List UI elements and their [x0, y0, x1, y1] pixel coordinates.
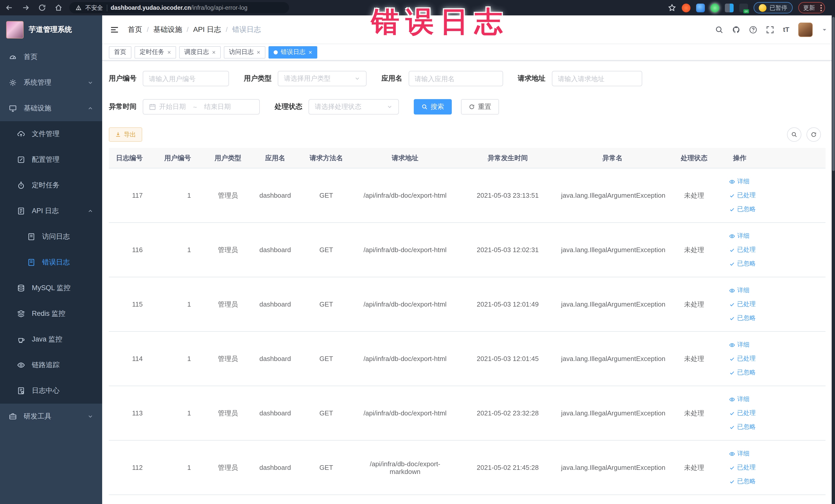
sidebar-toggle-hamburger-icon[interactable]	[110, 25, 119, 34]
detail-action-link[interactable]: 详细	[729, 449, 750, 458]
extension-icon-blue-gem[interactable]	[696, 3, 705, 12]
mark-processed-action-link[interactable]: 已处理	[729, 191, 756, 200]
sidebar-item-api-log[interactable]: API 日志	[0, 198, 102, 224]
sidebar-item-trace[interactable]: 链路追踪	[0, 352, 102, 378]
process-status-select[interactable]: 请选择处理状态	[308, 99, 399, 115]
user-avatar[interactable]	[798, 22, 812, 37]
table-search-toggle-button[interactable]	[787, 127, 801, 142]
app-name-input[interactable]	[408, 71, 503, 86]
sidebar-item-access-log[interactable]: 访问日志	[0, 224, 102, 249]
cell-user-type: 管理员	[204, 354, 251, 363]
cell-exception-name: java.lang.IllegalArgumentException	[559, 464, 666, 471]
sidebar-item-mysql-monitor[interactable]: MySQL 监控	[0, 275, 102, 301]
sidebar-item-infrastructure[interactable]: 基础设施	[0, 96, 102, 121]
detail-action-link[interactable]: 详细	[729, 231, 750, 240]
header-search-icon[interactable]	[715, 25, 724, 34]
mark-processed-action-link[interactable]: 已处理	[729, 300, 756, 309]
row-actions: 详细 已处理 已忽略	[729, 395, 823, 431]
sidebar-item-log-center[interactable]: 日志中心	[0, 378, 102, 404]
export-button[interactable]: 导出	[109, 127, 142, 142]
home-icon[interactable]	[55, 4, 63, 12]
mark-processed-action-link[interactable]: 已处理	[729, 463, 756, 472]
toolbox-icon	[9, 412, 17, 421]
back-icon[interactable]	[5, 4, 13, 12]
mark-processed-action-link[interactable]: 已处理	[729, 409, 756, 418]
sidebar-item-java-monitor[interactable]: Java 监控	[0, 327, 102, 352]
detail-action-link[interactable]: 详细	[729, 177, 750, 186]
close-icon[interactable]: ×	[257, 49, 260, 55]
mark-ignored-action-link[interactable]: 已忽略	[729, 259, 756, 268]
user-id-input[interactable]	[143, 71, 229, 86]
exception-time-range-picker[interactable]: 开始日期 ~ 结束日期	[143, 99, 260, 115]
row-actions: 详细 已处理 已忽略	[729, 340, 823, 377]
cell-user-id: 1	[156, 246, 204, 254]
github-icon[interactable]	[732, 25, 740, 34]
search-button[interactable]: 搜索	[414, 99, 452, 115]
detail-action-link[interactable]: 详细	[729, 286, 750, 295]
log-center-icon	[17, 387, 25, 395]
extension-icon-dark[interactable]: on	[739, 3, 748, 12]
sidebar-item-redis-monitor[interactable]: Redis 监控	[0, 301, 102, 327]
bookmark-star-icon[interactable]	[668, 4, 676, 12]
extension-icon-orange[interactable]	[682, 3, 691, 12]
sidebar-item-home[interactable]: 首页	[0, 44, 102, 70]
mark-processed-action-link[interactable]: 已处理	[729, 245, 756, 254]
layers-stack-icon	[17, 310, 25, 318]
user-type-select[interactable]: 请选择用户类型	[278, 71, 367, 86]
scrollbar-thumb[interactable]	[832, 17, 834, 171]
sidebar-logo[interactable]: 芋道管理系统	[0, 15, 102, 44]
sidebar-item-file-management[interactable]: 文件管理	[0, 121, 102, 147]
sidebar-item-config-management[interactable]: 配置管理	[0, 147, 102, 173]
detail-action-link[interactable]: 详细	[729, 395, 750, 404]
close-icon[interactable]: ×	[308, 49, 312, 55]
cell-exception-time: 2021-05-02 21:45:28	[456, 464, 559, 471]
reload-icon[interactable]	[38, 4, 46, 12]
extension-icon-grid[interactable]	[725, 3, 734, 12]
tab-schedule-log[interactable]: 调度日志×	[179, 46, 221, 58]
sidebar-item-system-management[interactable]: 系统管理	[0, 70, 102, 96]
mark-ignored-action-link[interactable]: 已忽略	[729, 368, 756, 377]
close-icon[interactable]: ×	[167, 49, 171, 55]
breadcrumb-api-log[interactable]: API 日志	[193, 25, 221, 34]
extension-icon-green[interactable]	[711, 3, 719, 12]
detail-action-link[interactable]: 详细	[729, 340, 750, 349]
logo-image	[6, 21, 24, 39]
mark-processed-action-link[interactable]: 已处理	[729, 354, 756, 363]
download-icon	[115, 132, 121, 138]
gear-icon	[9, 79, 17, 87]
table-refresh-button[interactable]	[806, 127, 821, 142]
reset-button[interactable]: 重置	[461, 99, 499, 115]
eye-icon	[729, 287, 735, 294]
paused-badge[interactable]: 已暂停	[754, 2, 792, 13]
check-icon	[729, 315, 735, 321]
breadcrumb-infrastructure[interactable]: 基础设施	[153, 25, 182, 34]
breadcrumb-home[interactable]: 首页	[128, 25, 142, 34]
cell-method: GET	[299, 409, 354, 417]
mark-ignored-action-link[interactable]: 已忽略	[729, 314, 756, 322]
mark-ignored-action-link[interactable]: 已忽略	[729, 477, 756, 486]
sidebar-item-scheduled-tasks[interactable]: 定时任务	[0, 173, 102, 198]
help-question-icon[interactable]	[749, 25, 757, 34]
tab-access-log[interactable]: 访问日志×	[224, 46, 265, 58]
mark-ignored-action-link[interactable]: 已忽略	[729, 205, 756, 214]
cell-process-status: 未处理	[666, 408, 722, 418]
mark-ignored-action-link[interactable]: 已忽略	[729, 423, 756, 431]
tab-error-log[interactable]: 错误日志×	[268, 46, 317, 58]
page-content: 用户编号 用户类型 请选择用户类型 应用名	[102, 61, 835, 504]
address-bar[interactable]: 不安全 dashboard.yudao.iocoder.cn/infra/log…	[69, 2, 289, 13]
request-url-input[interactable]	[552, 71, 642, 86]
cell-exception-name: java.lang.IllegalArgumentException	[559, 246, 666, 254]
font-size-icon[interactable]: tT	[783, 26, 789, 33]
browser-menu-dots-icon[interactable]	[820, 4, 822, 11]
tab-scheduled-tasks[interactable]: 定时任务×	[135, 46, 176, 58]
sidebar-item-error-log[interactable]: 错误日志	[0, 249, 102, 275]
tab-home[interactable]: 首页	[109, 46, 131, 58]
sidebar-menu: 首页 系统管理 基础设施 文件管理	[0, 44, 102, 504]
update-button[interactable]: 更新	[798, 2, 825, 13]
url-host: dashboard.yudao.iocoder.cn	[110, 5, 191, 11]
sidebar-item-dev-tools[interactable]: 研发工具	[0, 404, 102, 429]
forward-icon[interactable]	[22, 4, 30, 12]
avatar-caret-down-icon[interactable]	[821, 26, 827, 33]
close-icon[interactable]: ×	[212, 49, 216, 55]
fullscreen-icon[interactable]	[766, 25, 774, 34]
